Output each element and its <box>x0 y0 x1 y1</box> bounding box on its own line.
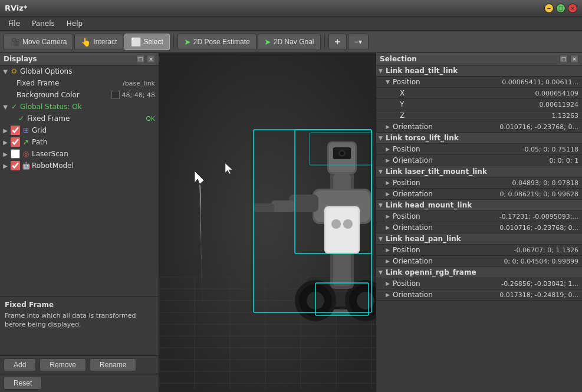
pose-icon: ➤ <box>184 37 191 47</box>
laser-tilt-section[interactable]: ▼ Link laser_tilt_mount_link <box>376 166 582 177</box>
pose-estimate-button[interactable]: ➤ 2D Pose Estimate <box>177 34 257 50</box>
laser-label: LaserScan <box>32 150 157 158</box>
head-tilt-position-item[interactable]: ▼ Position 0.00065411; 0.00611... <box>376 77 582 88</box>
hm-orient-expand: ▶ <box>386 225 393 230</box>
openni-pos-expand: ▶ <box>386 281 393 286</box>
grid-item[interactable]: ▶ ⊞ Grid <box>0 124 159 136</box>
laser-orient-item[interactable]: ▶ Orientation 0; 0.086219; 0; 0.99628 <box>376 189 582 200</box>
head-mount-section[interactable]: ▼ Link head_mount_link <box>376 200 582 211</box>
svg-point-49 <box>331 219 341 229</box>
select-button[interactable]: ⬜ Select <box>124 34 169 50</box>
rename-button[interactable]: Rename <box>90 358 136 371</box>
interact-icon: 👆 <box>81 37 91 47</box>
svg-rect-48 <box>326 208 358 252</box>
hp-pos-item[interactable]: ▶ Position -0.06707; 0; 1.1326 <box>376 245 582 256</box>
grid-icon: ⊞ <box>21 126 31 135</box>
head-pan-section[interactable]: ▼ Link head_pan_link <box>376 233 582 245</box>
openni-pos-label: Position <box>393 279 501 288</box>
torso-lift-section[interactable]: ▼ Link torso_lift_link <box>376 133 582 144</box>
path-item[interactable]: ▶ ↗ Path <box>0 136 159 148</box>
hp-orient-expand: ▶ <box>386 258 393 264</box>
reset-button[interactable]: Reset <box>4 377 42 390</box>
openni-pos-value: -0.26856; -0.03042; 1... <box>501 280 580 288</box>
laser-orient-value: 0; 0.086219; 0; 0.99628 <box>499 190 580 198</box>
displays-header: Displays □ × <box>0 53 159 65</box>
ht-z-label: Z <box>400 111 552 120</box>
head-tilt-link-section[interactable]: ▼ Link head_tilt_link <box>376 65 582 77</box>
panel-float-button[interactable]: □ <box>136 55 144 63</box>
move-camera-button[interactable]: 🎥 Move Camera <box>4 34 73 50</box>
description-title: Fixed Frame <box>5 301 154 309</box>
hp-pos-label: Position <box>393 246 514 254</box>
openni-pos-item[interactable]: ▶ Position -0.26856; -0.03042; 1... <box>376 278 582 289</box>
menu-panels[interactable]: Panels <box>26 18 61 29</box>
grid-checkbox[interactable] <box>11 126 20 135</box>
openni-rgb-section[interactable]: ▼ Link openni_rgb_frame <box>376 267 582 278</box>
openni-orient-expand: ▶ <box>386 292 393 298</box>
torso-pos-item[interactable]: ▶ Position -0.05; 0; 0.75118 <box>376 144 582 155</box>
selection-float-button[interactable]: □ <box>560 55 568 63</box>
path-checkbox[interactable] <box>11 137 20 147</box>
add-button[interactable]: Add <box>4 358 36 371</box>
menu-help[interactable]: Help <box>61 18 88 29</box>
ht-pos-label: Position <box>393 78 502 86</box>
selection-close-button[interactable]: × <box>570 55 578 63</box>
plus-icon: + <box>335 37 340 47</box>
viewport-svg <box>159 53 376 392</box>
laser-pos-label: Position <box>393 179 512 187</box>
path-icon: ↗ <box>21 137 31 147</box>
global-options-item[interactable]: ▼ ⚙ Global Options <box>0 65 159 77</box>
nav-label: 2D Nav Goal <box>274 38 314 46</box>
interact-button[interactable]: 👆 Interact <box>74 34 123 50</box>
head-tilt-label: Link head_tilt_link <box>386 67 580 75</box>
close-button[interactable]: × <box>568 4 577 13</box>
global-status-item[interactable]: ▼ ✓ Global Status: Ok <box>0 101 159 113</box>
head-pan-label: Link head_pan_link <box>386 235 580 243</box>
extra-button[interactable]: −▾ <box>348 34 369 50</box>
robot-model-item[interactable]: ▶ 🤖 RobotModel <box>0 160 159 172</box>
window-controls: − □ × <box>544 4 577 13</box>
hm-pos-item[interactable]: ▶ Position -0.17231; -0.0095093;... <box>376 211 582 222</box>
torso-orient-label: Orientation <box>393 156 549 164</box>
ht-orientation-item[interactable]: ▶ Orientation 0.010716; -0.23768; 0... <box>376 121 582 133</box>
hm-pos-expand: ▶ <box>386 213 393 219</box>
head-mount-label: Link head_mount_link <box>386 201 580 209</box>
maximize-button[interactable]: □ <box>556 4 565 13</box>
openni-orient-item[interactable]: ▶ Orientation 0.017318; -0.24819; 0... <box>376 289 582 301</box>
menu-file[interactable]: File <box>2 18 26 29</box>
global-status-icon: ✓ <box>9 102 19 111</box>
remove-button[interactable]: Remove <box>40 358 86 371</box>
fixed-frame-item[interactable]: Fixed Frame /base_link <box>0 77 159 89</box>
laser-pos-item[interactable]: ▶ Position 0.04893; 0; 0.97818 <box>376 177 582 189</box>
background-color-item[interactable]: Background Color 48; 48; 48 <box>0 89 159 101</box>
camera-icon: 🎥 <box>10 37 20 47</box>
svg-point-50 <box>343 219 353 229</box>
laser-scan-item[interactable]: ▶ ◎ LaserScan <box>0 148 159 160</box>
torso-orient-item[interactable]: ▶ Orientation 0; 0; 0; 1 <box>376 155 582 166</box>
panel-close-button[interactable]: × <box>147 55 155 63</box>
menubar: File Panels Help <box>0 17 582 31</box>
fixed-frame-status-item[interactable]: ✓ Fixed Frame OK <box>0 113 159 124</box>
hm-orient-item[interactable]: ▶ Orientation 0.010716; -0.23768; 0... <box>376 222 582 233</box>
add-publisher-button[interactable]: + <box>328 34 347 50</box>
selection-header: Selection □ × <box>376 53 582 65</box>
torso-orient-value: 0; 0; 0; 1 <box>549 157 580 164</box>
displays-tree: ▼ ⚙ Global Options Fixed Frame /base_lin… <box>0 65 159 297</box>
laser-checkbox[interactable] <box>11 149 20 159</box>
selection-tree: ▼ Link head_tilt_link ▼ Position 0.00065… <box>376 65 582 392</box>
robot-checkbox[interactable] <box>11 161 20 170</box>
robot-label: RobotModel <box>32 162 157 170</box>
ff-status-label: Fixed Frame <box>27 114 146 123</box>
bg-color-swatch <box>111 91 120 99</box>
toolbar: 🎥 Move Camera 👆 Interact ⬜ Select ➤ 2D P… <box>0 31 582 53</box>
select-label: Select <box>143 38 163 46</box>
select-icon: ⬜ <box>131 37 141 47</box>
nav-goal-button[interactable]: ➤ 2D Nav Goal <box>258 34 321 50</box>
ht-orient-value: 0.010716; -0.23768; 0... <box>499 123 580 131</box>
hp-orient-item[interactable]: ▶ Orientation 0; 0; 0.04504; 0.99899 <box>376 256 582 267</box>
hp-orient-label: Orientation <box>393 257 504 265</box>
3d-viewport[interactable] <box>159 53 376 392</box>
torso-expand: ▼ <box>379 135 386 141</box>
grid-expand: ▶ <box>1 127 9 134</box>
minimize-button[interactable]: − <box>544 4 554 13</box>
